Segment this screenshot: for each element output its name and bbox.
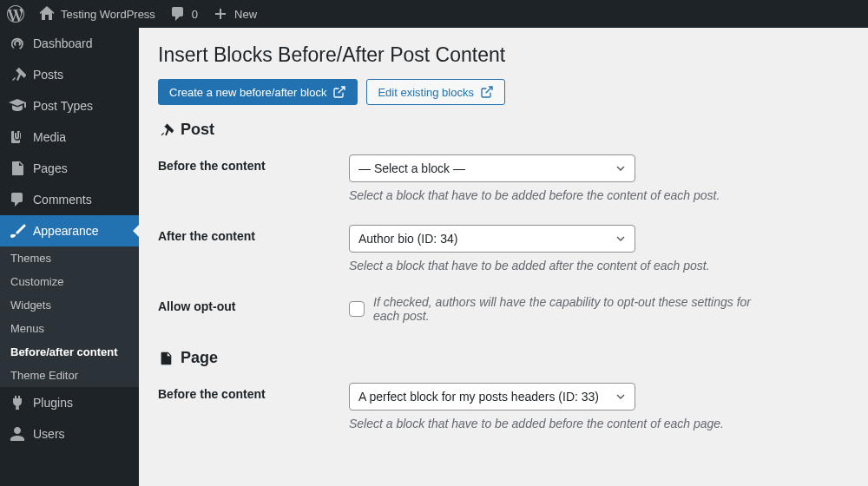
- media-icon: [9, 128, 26, 146]
- button-label: Edit existing blocks: [378, 86, 474, 99]
- wordpress-icon: [7, 5, 24, 23]
- appearance-submenu: Themes Customize Widgets Menus Before/af…: [0, 246, 139, 387]
- comment-icon: [169, 5, 187, 23]
- sidebar-item-pages[interactable]: Pages: [0, 153, 139, 184]
- after-content-label: After the content: [158, 225, 349, 243]
- sidebar-item-posts[interactable]: Posts: [0, 59, 139, 90]
- sidebar-item-label: Dashboard: [33, 36, 93, 50]
- post-after-select[interactable]: Author bio (ID: 34): [349, 225, 635, 253]
- site-name-label: Testing WordPress: [61, 8, 155, 21]
- submenu-item-widgets[interactable]: Widgets: [0, 293, 139, 317]
- submenu-item-theme-editor[interactable]: Theme Editor: [0, 364, 139, 387]
- post-before-select[interactable]: — Select a block —: [349, 154, 635, 182]
- edit-blocks-button[interactable]: Edit existing blocks: [366, 79, 505, 105]
- sidebar-item-label: Appearance: [33, 224, 99, 238]
- select-value: — Select a block —: [358, 161, 465, 175]
- optout-checkbox[interactable]: [349, 301, 365, 317]
- field-description: Select a block that have to be added bef…: [349, 188, 766, 202]
- select-value: A perfect block for my posts headers (ID…: [358, 390, 599, 404]
- sidebar-item-users[interactable]: Users: [0, 418, 139, 450]
- pin-icon: [158, 122, 174, 138]
- page-title: Insert Blocks Before/After Post Content: [158, 43, 849, 67]
- new-label: New: [234, 8, 257, 21]
- sidebar-item-label: Post Types: [33, 99, 93, 113]
- sidebar-item-media[interactable]: Media: [0, 122, 139, 153]
- create-block-button[interactable]: Create a new before/after block: [158, 79, 358, 105]
- submenu-item-menus[interactable]: Menus: [0, 317, 139, 340]
- sidebar-item-plugins[interactable]: Plugins: [0, 387, 139, 418]
- page-content: Insert Blocks Before/After Post Content …: [139, 28, 868, 486]
- site-name-link[interactable]: Testing WordPress: [31, 0, 162, 28]
- sidebar-item-label: Plugins: [33, 396, 73, 410]
- section-title: Page: [181, 349, 218, 367]
- sidebar-item-label: Pages: [33, 161, 68, 175]
- submenu-item-themes[interactable]: Themes: [0, 246, 139, 270]
- new-link[interactable]: New: [205, 0, 264, 28]
- before-content-label: Before the content: [158, 383, 349, 401]
- section-heading-post: Post: [158, 121, 849, 139]
- field-description: Select a block that have to be added aft…: [349, 259, 766, 273]
- field-description: Select a block that have to be added bef…: [349, 417, 766, 430]
- optout-label: Allow opt-out: [158, 295, 349, 313]
- sidebar-item-label: Users: [33, 427, 65, 441]
- sidebar-item-dashboard[interactable]: Dashboard: [0, 28, 139, 59]
- external-link-icon: [332, 85, 346, 99]
- section-heading-page: Page: [158, 349, 849, 367]
- select-value: Author bio (ID: 34): [358, 232, 457, 246]
- submenu-item-before-after[interactable]: Before/after content: [0, 340, 139, 364]
- comments-icon: [9, 191, 26, 208]
- wp-logo[interactable]: [0, 0, 31, 28]
- chevron-down-icon: [614, 390, 628, 404]
- sidebar-item-label: Media: [33, 130, 66, 144]
- submenu-item-customize[interactable]: Customize: [0, 270, 139, 293]
- external-link-icon: [480, 85, 494, 99]
- brush-icon: [9, 222, 26, 240]
- plus-icon: [212, 5, 229, 23]
- button-label: Create a new before/after block: [169, 86, 326, 99]
- users-icon: [9, 425, 26, 443]
- home-icon: [38, 5, 56, 23]
- page-before-select[interactable]: A perfect block for my posts headers (ID…: [349, 383, 635, 410]
- graduation-icon: [9, 97, 26, 115]
- plugin-icon: [9, 394, 26, 411]
- dashboard-icon: [9, 35, 26, 52]
- comments-count: 0: [192, 8, 198, 21]
- pages-icon: [158, 351, 174, 366]
- chevron-down-icon: [614, 232, 628, 246]
- sidebar-item-appearance[interactable]: Appearance: [0, 215, 139, 246]
- pin-icon: [9, 66, 26, 83]
- chevron-down-icon: [614, 161, 628, 175]
- before-content-label: Before the content: [158, 154, 349, 173]
- sidebar-item-label: Posts: [33, 68, 63, 82]
- pages-icon: [9, 160, 26, 177]
- sidebar-item-comments[interactable]: Comments: [0, 184, 139, 215]
- section-title: Post: [181, 121, 214, 139]
- comments-link[interactable]: 0: [162, 0, 205, 28]
- sidebar-item-post-types[interactable]: Post Types: [0, 90, 139, 122]
- sidebar-item-label: Comments: [33, 193, 92, 207]
- admin-sidebar: Dashboard Posts Post Types Media Pages C…: [0, 28, 139, 486]
- optout-description: If checked, authors will have the capabi…: [373, 295, 766, 323]
